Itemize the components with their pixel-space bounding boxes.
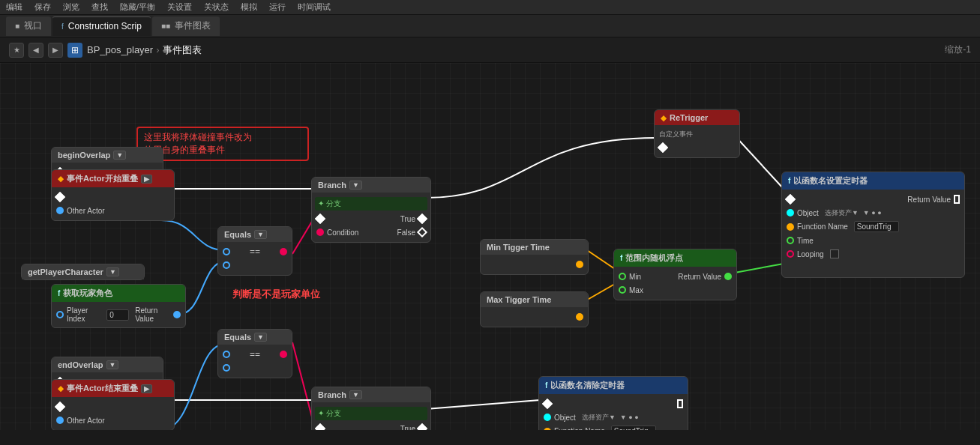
equals1-header: Equals ▼ [218, 227, 292, 242]
event-icon: ■■ [161, 22, 170, 30]
retrigger-exec [658, 142, 668, 153]
node-clear-timer[interactable]: f 以函数名清除定时器 Object 选择资产▼ ▼ ● ● Function … [538, 376, 688, 430]
node-set-timer[interactable]: f 以函数名设置定时器 Return Value Object 选择资产▼ ▼ … [781, 172, 965, 278]
node-max-tigger[interactable]: Max Tigger Time [480, 291, 589, 327]
set-timer-obj-label: Object [797, 209, 819, 217]
node-branch1[interactable]: Branch ▼ ✦ 分支 True Condition False [311, 177, 431, 243]
event-actor-start-btn[interactable]: ▶ [141, 175, 152, 184]
menu-edit[interactable]: 编辑 [6, 1, 22, 13]
event-actor-end-exec-row [52, 400, 174, 414]
event-actor-start-other-pin [56, 207, 64, 214]
set-timer-func-icon: f [788, 177, 790, 185]
node-min-tigger[interactable]: Min Tigger Time [480, 239, 589, 275]
menu-hidden[interactable]: 隐藏/平衡 [120, 1, 155, 13]
random-float-func-icon: f [620, 254, 622, 262]
clear-timer-arr-icon[interactable]: ▼ ● ● [620, 414, 639, 421]
menu-settings[interactable]: 关设置 [167, 1, 192, 13]
menu-browse[interactable]: 浏览 [63, 1, 79, 13]
equals2-row2 [218, 361, 292, 375]
end-overlap-title: endOverlap [58, 360, 103, 369]
menu-bar: 编辑 保存 浏览 查找 隐藏/平衡 关设置 关状态 模拟 运行 时间调试 [0, 0, 980, 15]
min-tigger-label: Min Tigger Time [487, 243, 550, 252]
tab-event-graph[interactable]: ■■ 事件图表 [152, 16, 220, 36]
branch1-btn[interactable]: ▼ [349, 181, 362, 190]
end-overlap-header: endOverlap ▼ [52, 357, 163, 372]
menu-save[interactable]: 保存 [34, 1, 51, 13]
node-get-player-role[interactable]: f 获取玩家角色 Player Index Return Value [51, 284, 186, 328]
equals1-row2 [218, 258, 292, 272]
set-timer-object-row: Object 选择资产▼ ▼ ● ● [782, 206, 964, 220]
random-float-title: 范围内随机浮点 [625, 252, 683, 264]
menu-find[interactable]: 查找 [91, 1, 108, 13]
set-timer-loop-check[interactable] [830, 249, 839, 258]
func-icon: f [58, 289, 60, 297]
branch1-condition-row: Condition False [312, 225, 430, 239]
menu-status[interactable]: 关状态 [204, 1, 229, 13]
home-button[interactable]: ⊞ [67, 43, 82, 58]
random-float-max-pin [619, 286, 626, 294]
clear-timer-fn-input[interactable] [611, 426, 656, 430]
node-get-player-character[interactable]: getPlayerCharacter ▼ [21, 264, 145, 280]
node-equals2[interactable]: Equals ▼ == [217, 329, 292, 378]
back-button[interactable]: ◀ [28, 43, 43, 58]
branch1-cond-pin [316, 228, 324, 236]
tab-event-label: 事件图表 [175, 19, 211, 32]
set-timer-loop-row: Looping [782, 247, 964, 261]
random-float-max-label: Max [629, 286, 643, 294]
equals1-btn[interactable]: ▼ [254, 230, 267, 239]
blueprint-canvas[interactable]: 这里我将球体碰撞事件改为使用自身的重叠事件 判断是不是玩家单位 beginOve… [0, 63, 980, 430]
set-timer-arr-btn[interactable]: ▼ ● ● [863, 209, 882, 217]
branch1-header: Branch ▼ [312, 178, 430, 193]
end-overlap-btn[interactable]: ▼ [106, 360, 119, 369]
set-timer-fn-input[interactable] [854, 221, 899, 232]
event-actor-end-title: 事件Actor结束重叠 [67, 383, 138, 394]
return-value-label: Return Value [135, 306, 170, 323]
player-index-input[interactable] [106, 309, 129, 321]
node-random-float[interactable]: f 范围内随机浮点 Min Return Value Max [613, 249, 737, 300]
event-actor-start-other-row: Other Actor [52, 204, 174, 217]
node-retrigger[interactable]: ◆ ReTrigger 自定义事件 [654, 109, 740, 158]
menu-debug[interactable]: 时间调试 [298, 1, 331, 13]
menu-simulate[interactable]: 模拟 [241, 1, 257, 13]
get-player-char-btn[interactable]: ▼ [106, 267, 119, 276]
begin-overlap-title: beginOverlap [58, 151, 110, 160]
zoom-label: 缩放-1 [945, 43, 971, 56]
tab-construction[interactable]: f Construction Scrip [52, 16, 151, 36]
event-actor-end-btn[interactable]: ▶ [141, 384, 152, 393]
equals1-row1: == [218, 245, 292, 258]
begin-overlap-header: beginOverlap ▼ [52, 148, 163, 163]
branch2-exec-true [417, 423, 427, 430]
node-equals1[interactable]: Equals ▼ == [217, 226, 292, 276]
event-actor-start-other-label: Other Actor [67, 207, 105, 215]
clear-timer-obj-label: Object [554, 414, 576, 422]
menu-run[interactable]: 运行 [269, 1, 286, 13]
branch2-btn[interactable]: ▼ [349, 390, 362, 399]
get-player-role-title: 获取玩家角色 [63, 288, 112, 299]
equals2-row1: == [218, 348, 292, 361]
clear-timer-body: Object 选择资产▼ ▼ ● ● Function Name [539, 394, 688, 430]
clear-timer-obj-row: Object 选择资产▼ ▼ ● ● [539, 411, 688, 424]
tab-viewport[interactable]: ■ 视口 [6, 16, 51, 36]
set-timer-loop-pin [787, 250, 794, 258]
clear-timer-title: 以函数名清除定时器 [550, 380, 625, 391]
node-event-actor-end[interactable]: ◆ 事件Actor结束重叠 ▶ Other Actor [51, 379, 175, 430]
clear-timer-exec-in [542, 399, 553, 409]
branch1-cond-label: Condition [327, 228, 358, 237]
node-event-actor-start[interactable]: ◆ 事件Actor开始重叠 ▶ Other Actor [51, 169, 175, 221]
forward-button[interactable]: ▶ [48, 43, 63, 58]
star-button[interactable]: ★ [9, 43, 24, 58]
equals2-btn[interactable]: ▼ [254, 333, 267, 342]
clear-timer-fn-row: Function Name [539, 424, 688, 430]
player-index-pin [56, 311, 64, 318]
equals1-in2 [223, 261, 230, 269]
event-actor-start-exec [55, 192, 65, 202]
begin-overlap-btn[interactable]: ▼ [113, 151, 126, 160]
event-actor-start-body: Other Actor [52, 187, 174, 220]
node-branch2[interactable]: Branch ▼ ✦ 分支 True Condition False [311, 387, 431, 430]
random-float-min-label: Min [629, 273, 641, 281]
max-tigger-pin [576, 313, 583, 321]
get-player-char-title: getPlayerCharacter [28, 267, 103, 276]
random-float-return-pin [724, 273, 732, 280]
equals2-in1 [223, 351, 230, 358]
branch2-true-label: True [400, 425, 415, 431]
